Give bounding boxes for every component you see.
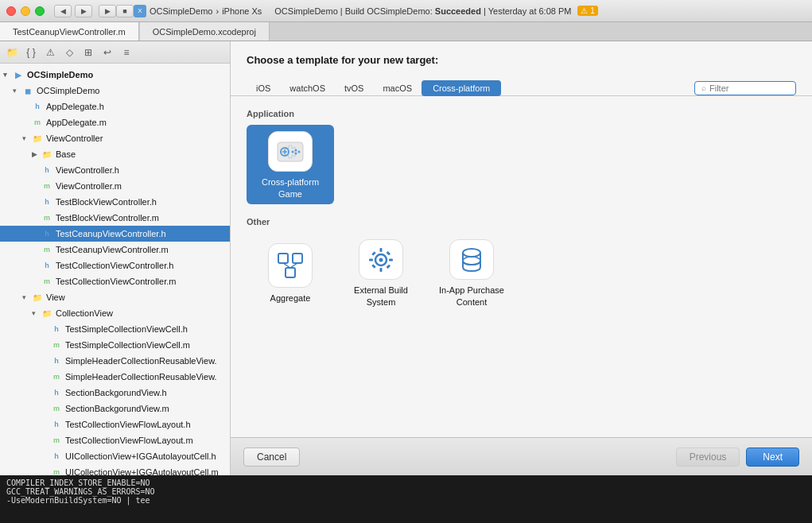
sidebar-item-simpleheader-h[interactable]: h SimpleHeaderCollectionReusableView. xyxy=(0,353,230,369)
folder-icon: 📁 xyxy=(32,292,43,303)
m-icon: m xyxy=(51,435,62,446)
template-chooser-dialog: Choose a template for your new target: i… xyxy=(231,41,812,475)
h-icon: h xyxy=(51,451,62,462)
svg-point-14 xyxy=(379,258,383,262)
svg-rect-17 xyxy=(369,258,373,261)
filter-input[interactable] xyxy=(709,83,789,93)
iap-label: In-App Purchase Content xyxy=(431,285,512,308)
section-application-header: Application xyxy=(247,109,796,118)
svg-rect-8 xyxy=(278,254,288,263)
warning-icon[interactable]: ⚠ xyxy=(43,45,57,60)
m-icon: m xyxy=(32,117,43,128)
template-crossplatform-game[interactable]: Cross-platform Game xyxy=(247,125,334,204)
sidebar-item-testcleanup-h[interactable]: h TestCeanupViewController.h xyxy=(0,226,230,242)
aggregate-label: Aggregate xyxy=(270,292,311,304)
forward-button[interactable]: ▶ xyxy=(75,5,92,17)
next-button[interactable]: Next xyxy=(746,447,799,467)
maximize-button[interactable] xyxy=(35,6,45,16)
run-button[interactable]: ▶ xyxy=(99,5,116,17)
source-icon[interactable]: { } xyxy=(24,45,38,60)
cancel-button[interactable]: Cancel xyxy=(243,447,300,467)
template-aggregate[interactable]: Aggregate xyxy=(247,233,334,312)
previous-button[interactable]: Previous xyxy=(676,447,740,467)
svg-rect-20 xyxy=(387,251,391,256)
template-iap-content[interactable]: In-App Purchase Content xyxy=(428,233,515,312)
sidebar-item-viewcontroller-folder[interactable]: ▾ 📁 ViewController xyxy=(0,130,230,146)
minimize-button[interactable] xyxy=(21,6,30,16)
dialog-header: Choose a template for your new target: xyxy=(231,41,812,80)
sidebar-item-flowlayout-m[interactable]: m TestCollectionViewFlowLayout.m xyxy=(0,432,230,448)
folder-icon[interactable]: 📁 xyxy=(5,45,19,60)
back-button[interactable]: ◀ xyxy=(54,5,72,17)
sidebar-item-appdelegate-h[interactable]: h AppDelegate.h xyxy=(0,99,230,114)
sidebar-item-testcollection-h[interactable]: h TestCollectionViewController.h xyxy=(0,258,230,273)
tab-cleanup-viewcontroller[interactable]: TestCeanupViewController.m xyxy=(0,22,139,41)
sidebar-item-base[interactable]: ▶ 📁 Base xyxy=(0,146,230,162)
tab-watchos[interactable]: watchOS xyxy=(280,80,335,96)
svg-point-7 xyxy=(292,150,294,153)
sidebar: 📁 { } ⚠ ◇ ⊞ ↩ ≡ ▾ ▶ OCSimpleDemo ▾ ◼ OCS… xyxy=(0,41,231,475)
sidebar-item-appdelegate-m[interactable]: m AppDelegate.m xyxy=(0,114,230,130)
database-icon xyxy=(449,239,494,280)
m-icon: m xyxy=(51,371,62,382)
sidebar-item-view-folder[interactable]: ▾ 📁 View xyxy=(0,289,230,305)
close-button[interactable] xyxy=(6,6,16,16)
tab-xcodeproj[interactable]: OCSimpleDemo.xcodeproj xyxy=(139,22,270,41)
sidebar-root-label: OCSimpleDemo xyxy=(27,70,93,79)
stop-button[interactable]: ■ xyxy=(116,5,134,17)
m-icon: m xyxy=(51,339,62,351)
m-icon: m xyxy=(51,403,62,414)
template-external-build[interactable]: External Build System xyxy=(337,233,425,312)
sidebar-root[interactable]: ▾ ▶ OCSimpleDemo xyxy=(0,67,230,83)
sidebar-item-ocsimpledemo[interactable]: ▾ ◼ OCSimpleDemo xyxy=(0,83,230,99)
app-selector[interactable]: X OCSimpleDemo › iPhone Xs xyxy=(134,5,262,17)
sidebar-item-sectionbg-m[interactable]: m SectionBackgorundView.m xyxy=(0,401,230,416)
content-area: Choose a template for your new target: i… xyxy=(231,41,812,475)
sidebar-item-viewcontroller-h[interactable]: h ViewController.h xyxy=(0,162,230,178)
sidebar-item-testcleanup-m[interactable]: m TestCeanupViewController.m xyxy=(0,242,230,258)
device-label: iPhone Xs xyxy=(222,6,262,16)
sidebar-item-testblock-m[interactable]: m TestBlockViewController.m xyxy=(0,210,230,226)
tab-ios[interactable]: iOS xyxy=(247,80,280,96)
sidebar-item-viewcontroller-m[interactable]: m ViewController.m xyxy=(0,178,230,194)
sidebar-item-simplecell-m[interactable]: m TestSimpleCollectionViewCell.m xyxy=(0,337,230,353)
test-icon[interactable]: ◇ xyxy=(62,45,76,60)
game-template-label: Cross-platform Game xyxy=(250,176,331,200)
m-icon: m xyxy=(41,180,52,192)
svg-rect-19 xyxy=(371,251,376,256)
external-build-label: External Build System xyxy=(340,285,422,308)
sidebar-item-testblock-h[interactable]: h TestBlockViewController.h xyxy=(0,194,230,210)
warning-badge[interactable]: ⚠ 1 xyxy=(577,6,597,16)
dialog-title: Choose a template for your new target: xyxy=(247,54,796,66)
main-layout: 📁 { } ⚠ ◇ ⊞ ↩ ≡ ▾ ▶ OCSimpleDemo ▾ ◼ OCS… xyxy=(0,41,812,475)
svg-rect-10 xyxy=(286,268,295,277)
svg-point-23 xyxy=(463,249,480,257)
h-icon: h xyxy=(32,101,43,112)
folder-icon: 📁 xyxy=(32,133,43,144)
h-icon: h xyxy=(41,228,52,239)
h-icon: h xyxy=(51,323,62,335)
tab-crossplatform[interactable]: Cross-platform xyxy=(422,80,501,96)
build-status: OCSimpleDemo | Build OCSimpleDemo: Succe… xyxy=(274,6,571,16)
folder-icon: 📁 xyxy=(41,149,52,160)
app-name-label: OCSimpleDemo xyxy=(150,6,212,16)
debug-icon[interactable]: ⊞ xyxy=(81,45,95,60)
sidebar-item-simplemcell-h[interactable]: h TestSimpleCollectionViewCell.h xyxy=(0,321,230,337)
sidebar-item-flowlayout-h[interactable]: h TestCollectionViewFlowLayout.h xyxy=(0,416,230,432)
sidebar-item-sectionbg-h[interactable]: h SectionBackgorundView.h xyxy=(0,385,230,401)
sidebar-item-autolayout-h[interactable]: h UICollectionView+IGGAutolayoutCell.h xyxy=(0,448,230,464)
report-icon[interactable]: ≡ xyxy=(119,45,134,60)
tab-macos[interactable]: macOS xyxy=(373,80,422,96)
sidebar-item-testcollection-m[interactable]: m TestCollectionViewController.m xyxy=(0,273,230,289)
breakpoint-icon[interactable]: ↩ xyxy=(100,45,115,60)
h-icon: h xyxy=(41,196,52,207)
tabbar: TestCeanupViewController.m OCSimpleDemo.… xyxy=(0,22,812,41)
h-icon: h xyxy=(51,419,62,430)
tab-tvos[interactable]: tvOS xyxy=(335,80,373,96)
sidebar-item-simpleheader-m[interactable]: m SimpleHeaderCollectionReusableView. xyxy=(0,369,230,385)
sidebar-toolbar: 📁 { } ⚠ ◇ ⊞ ↩ ≡ xyxy=(0,41,230,64)
filter-box[interactable]: ⌕ xyxy=(694,81,796,95)
section-other-header: Other xyxy=(247,217,796,227)
sidebar-item-collectionview-folder[interactable]: ▾ 📁 CollectionView xyxy=(0,305,230,321)
sidebar-item-autolayout-m[interactable]: m UICollectionView+IGGAutolayoutCell.m xyxy=(0,464,230,475)
